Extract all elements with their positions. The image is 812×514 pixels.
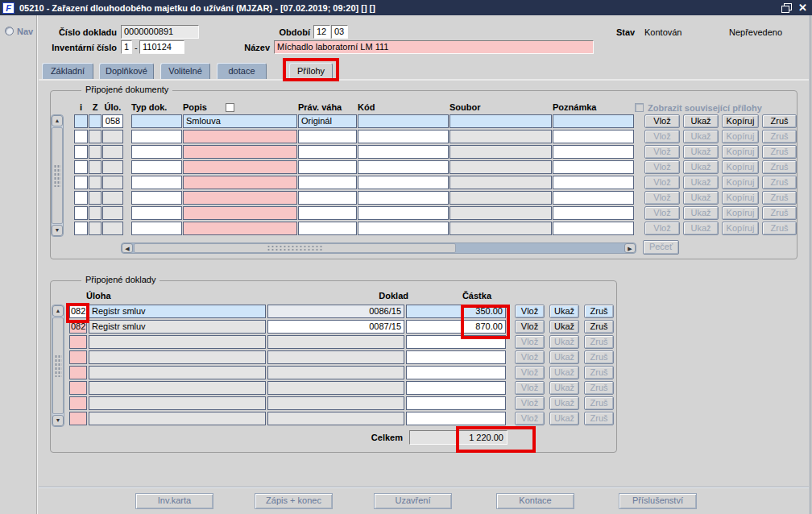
cell-doklad[interactable]: 0087/15	[267, 320, 404, 334]
prislusenstvi-button[interactable]: Příslušenství	[619, 493, 697, 509]
cell-castka[interactable]	[406, 412, 506, 425]
cell-doklad[interactable]	[267, 381, 404, 395]
cell-i[interactable]	[74, 222, 88, 235]
cell-i[interactable]	[74, 114, 88, 128]
vloz-button[interactable]: Vlož	[515, 305, 545, 318]
period-part-field[interactable]: 03	[331, 25, 348, 39]
cell-typ-dok[interactable]	[131, 160, 182, 174]
cell-prav-vaha[interactable]	[298, 160, 357, 174]
cell-uloha-desc[interactable]	[89, 366, 266, 379]
cell-kod[interactable]	[358, 191, 449, 205]
cell-uloha-desc[interactable]	[89, 350, 266, 364]
cell-ulo[interactable]	[102, 176, 123, 189]
cell-z[interactable]	[89, 222, 102, 235]
cell-popis[interactable]	[183, 176, 297, 189]
cell-popis[interactable]	[183, 145, 297, 159]
cell-doklad[interactable]	[267, 335, 404, 349]
cell-ulo[interactable]	[102, 160, 123, 174]
cell-poznamka[interactable]	[553, 130, 634, 143]
zapis-konec-button[interactable]: Zápis + konec	[255, 493, 333, 509]
uzavreni-button[interactable]: Uzavření	[374, 493, 452, 509]
cell-doklad[interactable]	[267, 350, 404, 364]
cell-uloha-desc[interactable]	[89, 335, 266, 349]
cell-prav-vaha[interactable]	[298, 130, 357, 143]
cell-uloha-code[interactable]	[69, 335, 87, 349]
cell-kod[interactable]	[358, 114, 449, 128]
cell-uloha-code[interactable]	[69, 366, 87, 379]
cell-typ-dok[interactable]	[131, 176, 182, 189]
cell-typ-dok[interactable]	[131, 191, 182, 205]
cell-kod[interactable]	[358, 222, 449, 235]
cell-popis[interactable]	[183, 191, 297, 205]
cell-doklad[interactable]	[267, 396, 404, 410]
vloz-button[interactable]: Vlož	[644, 114, 680, 128]
cell-z[interactable]	[89, 114, 102, 128]
scroll-up-icon[interactable]: ▲	[52, 115, 63, 126]
close-window-icon[interactable]: ✕	[798, 2, 807, 13]
scroll-down-icon[interactable]: ▼	[52, 225, 63, 236]
cell-popis[interactable]	[183, 130, 297, 143]
receipts-vertical-scrollbar[interactable]: ▲ ▼	[52, 305, 64, 427]
scroll-right-icon[interactable]: ▶	[624, 243, 636, 253]
cell-prav-vaha[interactable]	[298, 176, 357, 189]
vloz-button[interactable]: Vlož	[515, 320, 545, 334]
cell-ulo[interactable]	[102, 191, 123, 205]
cell-soubor[interactable]	[450, 222, 552, 235]
documents-horizontal-scrollbar[interactable]: ◀ ▶	[121, 242, 636, 254]
tab-doplnkove[interactable]: Doplňkové	[99, 63, 154, 80]
cell-soubor[interactable]	[450, 206, 552, 220]
cell-soubor[interactable]	[450, 114, 552, 128]
cell-poznamka[interactable]	[553, 206, 634, 220]
zrus-button[interactable]: Zruš	[584, 305, 614, 318]
cell-z[interactable]	[89, 191, 102, 205]
cell-uloha-desc[interactable]: Registr smluv	[89, 320, 266, 334]
cell-castka[interactable]	[406, 350, 506, 364]
cell-i[interactable]	[74, 176, 88, 189]
cell-soubor[interactable]	[450, 145, 552, 159]
cell-i[interactable]	[74, 130, 88, 143]
cell-prav-vaha[interactable]: Originál	[298, 114, 357, 128]
cell-poznamka[interactable]	[553, 160, 634, 174]
zrus-button[interactable]: Zruš	[762, 114, 797, 128]
cell-uloha-desc[interactable]	[89, 381, 266, 395]
ukaz-button[interactable]: Ukaž	[549, 305, 579, 318]
cell-ulo[interactable]	[102, 145, 123, 159]
cell-ulo[interactable]	[102, 222, 123, 235]
cell-typ-dok[interactable]	[131, 114, 182, 128]
cell-doklad[interactable]: 0086/15	[267, 305, 404, 318]
cell-kod[interactable]	[358, 206, 449, 220]
cell-z[interactable]	[89, 176, 102, 189]
cell-popis[interactable]	[183, 160, 297, 174]
scrollbar-thumb[interactable]	[134, 243, 456, 253]
cell-typ-dok[interactable]	[131, 206, 182, 220]
zrus-button[interactable]: Zruš	[584, 320, 614, 334]
cell-kod[interactable]	[358, 130, 449, 143]
cell-popis[interactable]	[183, 222, 297, 235]
cell-i[interactable]	[74, 191, 88, 205]
inventory-number-field[interactable]: 110124	[139, 40, 184, 54]
documents-vertical-scrollbar[interactable]: ▲ ▼	[51, 114, 64, 237]
cell-poznamka[interactable]	[553, 191, 634, 205]
cell-uloha-code[interactable]	[69, 350, 87, 364]
inventory-prefix-field[interactable]: 1	[121, 40, 132, 54]
tab-zakladni[interactable]: Základní	[42, 63, 93, 80]
nav-radio-button[interactable]	[5, 27, 14, 35]
cell-z[interactable]	[89, 206, 102, 220]
name-field[interactable]: Míchadlo laboratorní LM 111	[274, 40, 594, 54]
cell-uloha-code[interactable]	[69, 381, 87, 395]
cell-prav-vaha[interactable]	[298, 191, 357, 205]
cell-poznamka[interactable]	[553, 222, 634, 235]
cell-poznamka[interactable]	[553, 176, 634, 189]
cell-uloha-code[interactable]	[69, 396, 87, 410]
cell-z[interactable]	[89, 130, 102, 143]
cell-z[interactable]	[89, 160, 102, 174]
cell-typ-dok[interactable]	[131, 222, 182, 235]
cell-soubor[interactable]	[450, 160, 552, 174]
cell-prav-vaha[interactable]	[298, 145, 357, 159]
cell-popis[interactable]: Smlouva	[183, 114, 297, 128]
cell-castka[interactable]	[406, 366, 506, 379]
scrollbar-thumb[interactable]	[52, 127, 63, 224]
cell-ulo[interactable]: 058	[102, 114, 123, 128]
cell-i[interactable]	[74, 206, 88, 220]
cell-typ-dok[interactable]	[131, 145, 182, 159]
